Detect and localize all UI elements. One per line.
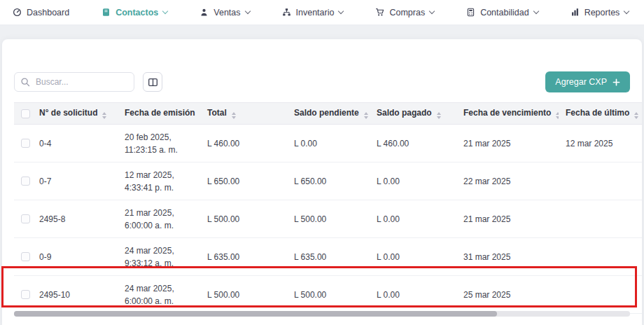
cell-fecha-emision: 24 mar 2025, 6:00:00 a. m. <box>118 276 200 314</box>
table-row[interactable]: 0-7 12 mar 2025, 4:33:41 p. m. L 650.00 … <box>14 162 642 200</box>
cell-solicitud: 2495-8 <box>32 200 118 238</box>
cell-fecha-vencimiento: 25 mar 2025 <box>456 276 559 314</box>
cell-fecha-ultimo <box>559 238 642 276</box>
columns-icon <box>148 77 158 88</box>
table-body: 0-4 20 feb 2025, 11:23:15 a. m. L 460.00… <box>14 125 642 314</box>
inventory-icon <box>282 8 291 17</box>
chevron-down-icon <box>244 8 250 13</box>
table-row[interactable]: 2495-10 24 mar 2025, 6:00:00 a. m. L 500… <box>14 276 642 314</box>
cell-fecha-ultimo <box>559 162 642 200</box>
row-checkbox[interactable] <box>21 290 30 299</box>
cell-fecha-ultimo <box>559 276 642 314</box>
dashboard-icon <box>13 8 22 17</box>
column-header-solicitud[interactable]: N° de solicitud <box>32 103 118 125</box>
nav-item-compras[interactable]: Compras <box>375 8 434 18</box>
select-all-checkbox[interactable] <box>21 109 30 118</box>
contacts-icon <box>102 8 111 17</box>
row-checkbox[interactable] <box>21 177 30 186</box>
cell-fecha-emision: 20 feb 2025, 11:23:15 a. m. <box>118 125 200 162</box>
column-header-saldo-pendiente[interactable]: Saldo pendiente <box>287 103 370 125</box>
column-header-saldo-pagado[interactable]: Saldo pagado <box>370 103 456 125</box>
row-checkbox[interactable] <box>21 252 30 261</box>
horizontal-scrollbar-thumb[interactable] <box>14 311 497 317</box>
search-input[interactable] <box>14 72 134 92</box>
cell-select <box>14 238 32 276</box>
cell-solicitud: 0-9 <box>32 238 118 276</box>
cell-select <box>14 162 32 200</box>
cell-fecha-vencimiento: 31 mar 2025 <box>456 238 559 276</box>
cell-saldo-pagado: L 0.00 <box>370 200 456 238</box>
chevron-down-icon <box>429 8 435 13</box>
chevron-down-icon <box>624 8 629 13</box>
cell-select <box>14 276 32 314</box>
cell-fecha-vencimiento: 21 mar 2025 <box>456 125 559 162</box>
nav-label: Reportes <box>584 8 620 18</box>
column-header-fecha-ultimo[interactable]: Fecha de último <box>559 103 642 125</box>
cell-fecha-vencimiento: 22 mar 2025 <box>456 162 559 200</box>
row-checkbox[interactable] <box>21 214 30 223</box>
cell-fecha-vencimiento: 21 mar 2025 <box>456 200 559 238</box>
nav-item-contactos[interactable]: Contactos <box>102 8 167 18</box>
cell-fecha-ultimo: 12 mar 2025 <box>559 125 642 162</box>
add-cxp-label: Agregar CXP <box>555 77 607 87</box>
sort-icon <box>102 112 106 119</box>
horizontal-scrollbar-track[interactable] <box>14 311 630 317</box>
reports-icon <box>570 8 580 17</box>
add-cxp-button[interactable]: Agregar CXP <box>545 71 630 92</box>
nav-item-dashboard[interactable]: Dashboard <box>13 8 69 18</box>
cell-fecha-emision: 24 mar 2025, 9:33:12 a. m. <box>118 238 200 276</box>
chevron-down-icon <box>338 8 344 13</box>
top-navigation: Dashboard Contactos Ventas Inventario Co… <box>0 0 644 25</box>
cxp-table: N° de solicitud Fecha de emisión Total S… <box>14 102 642 314</box>
nav-label: Ventas <box>214 8 240 18</box>
table-clip: N° de solicitud Fecha de emisión Total S… <box>14 102 642 314</box>
cell-select <box>14 125 32 162</box>
sort-icon <box>364 112 368 119</box>
column-toggle-button[interactable] <box>143 72 162 92</box>
cell-solicitud: 0-4 <box>32 125 118 162</box>
nav-item-inventario[interactable]: Inventario <box>282 8 344 18</box>
cell-saldo-pendiente: L 0.00 <box>287 125 370 162</box>
cell-solicitud: 2495-10 <box>32 276 118 314</box>
cell-saldo-pagado: L 0.00 <box>370 238 456 276</box>
column-header-total[interactable]: Total <box>200 103 287 125</box>
select-all-header <box>14 103 32 125</box>
cell-select <box>14 200 32 238</box>
cell-total: L 500.00 <box>200 200 287 238</box>
sales-icon <box>200 8 209 17</box>
sort-icon <box>232 112 236 119</box>
cell-total: L 500.00 <box>200 276 287 314</box>
cell-total: L 635.00 <box>200 238 287 276</box>
nav-label: Contabilidad <box>480 8 529 18</box>
nav-label: Dashboard <box>27 8 69 18</box>
cell-fecha-ultimo <box>559 200 642 238</box>
accounting-icon <box>466 8 475 17</box>
cell-saldo-pendiente: L 635.00 <box>287 238 370 276</box>
row-checkbox[interactable] <box>21 139 30 148</box>
cell-saldo-pagado: L 0.00 <box>370 162 456 200</box>
plus-icon <box>612 78 620 86</box>
column-header-fecha-emision[interactable]: Fecha de emisión <box>118 103 200 125</box>
column-header-fecha-vencimiento[interactable]: Fecha de vencimiento <box>456 103 559 125</box>
cell-total: L 460.00 <box>200 125 287 162</box>
chevron-down-icon <box>162 8 168 13</box>
search-icon <box>20 77 31 88</box>
nav-item-ventas[interactable]: Ventas <box>200 8 249 18</box>
table-toolbar: Agregar CXP <box>2 39 642 102</box>
search-wrap <box>14 72 134 92</box>
cell-saldo-pagado: L 460.00 <box>370 125 456 162</box>
cell-solicitud: 0-7 <box>32 162 118 200</box>
nav-label: Inventario <box>296 8 335 18</box>
cell-fecha-emision: 12 mar 2025, 4:33:41 p. m. <box>118 162 200 200</box>
table-row[interactable]: 2495-8 21 mar 2025, 6:00:00 a. m. L 500.… <box>14 200 642 238</box>
table-row[interactable]: 0-4 20 feb 2025, 11:23:15 a. m. L 460.00… <box>14 125 642 162</box>
nav-item-contabilidad[interactable]: Contabilidad <box>466 8 538 18</box>
nav-item-reportes[interactable]: Reportes <box>570 8 629 18</box>
chevron-down-icon <box>533 8 538 13</box>
table-header: N° de solicitud Fecha de emisión Total S… <box>14 103 642 125</box>
cell-saldo-pendiente: L 650.00 <box>287 162 370 200</box>
cell-saldo-pendiente: L 500.00 <box>287 276 370 314</box>
purchases-icon <box>375 8 384 17</box>
cell-total: L 650.00 <box>200 162 287 200</box>
table-row[interactable]: 0-9 24 mar 2025, 9:33:12 a. m. L 635.00 … <box>14 238 642 276</box>
